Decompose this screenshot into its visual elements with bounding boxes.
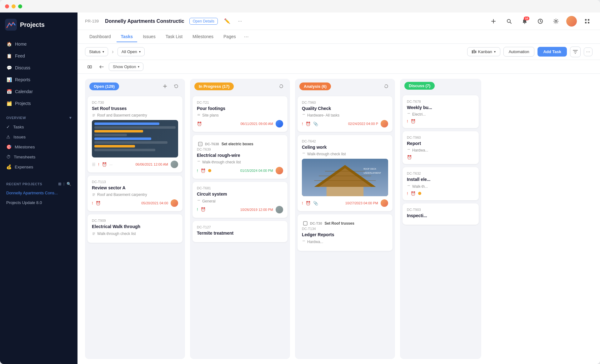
- refresh-open-icon[interactable]: [172, 82, 181, 91]
- nav-label-calendar: Calendar: [15, 89, 33, 94]
- sidebar-item-discuss[interactable]: 💬 Discuss: [2, 62, 75, 74]
- task-card-dc-t127[interactable]: DC-T127 Termite treatment: [192, 221, 288, 242]
- exclaim-footer-icon: !: [407, 119, 408, 124]
- add-task-open-icon[interactable]: [161, 82, 169, 91]
- exclaim-footer-icon: !: [92, 201, 93, 206]
- clock-button[interactable]: [535, 16, 546, 27]
- notification-button[interactable]: 10: [519, 16, 530, 27]
- clock-footer-icon: ⏰: [96, 201, 101, 206]
- task-card-dc-t909[interactable]: DC-T909 Electrical Walk through Walk-thr…: [88, 214, 182, 242]
- recent-project-donnelly[interactable]: Donnelly Apartments Cons...: [0, 188, 78, 198]
- nav-label-home: Home: [15, 42, 27, 47]
- column-discuss: Discuss (7) DC-T678 Weekly bu... Electri…: [400, 79, 481, 359]
- grid-button[interactable]: [582, 16, 592, 27]
- search-button[interactable]: [504, 16, 514, 27]
- task-footer: ⏰: [407, 155, 474, 160]
- task-card-dc-t642[interactable]: DC-T642 Celing work Walk-through check l…: [298, 135, 392, 211]
- task-card-dc-t960[interactable]: DC-T960 Quality Check Hardware- All task…: [298, 96, 392, 132]
- sidebar-item-projects[interactable]: 🗂️ Projects: [2, 97, 75, 109]
- kanban-chevron-icon: ▾: [494, 50, 496, 53]
- task-card-dc-t21[interactable]: DC-T21 Pour footings Site plans ⏰ 06/11/…: [192, 96, 288, 132]
- chevron-down-icon[interactable]: ▾: [69, 116, 72, 120]
- sub-toolbar: Show Option ▾: [78, 60, 600, 74]
- settings-button[interactable]: [551, 16, 561, 27]
- overview-tasks[interactable]: ✓ Tasks: [0, 122, 78, 132]
- status-filter-button[interactable]: Status ▾: [85, 47, 108, 56]
- svg-rect-20: [163, 86, 167, 87]
- task-avatar: [381, 120, 388, 127]
- tab-dashboard[interactable]: Dashboard: [85, 32, 115, 42]
- sidebar-item-home[interactable]: 🏠 Home: [2, 38, 75, 50]
- svg-rect-47: [303, 222, 307, 225]
- tab-tasks[interactable]: Tasks: [117, 32, 138, 42]
- tab-issues[interactable]: Issues: [138, 32, 160, 42]
- project-id: PR-139: [85, 19, 99, 23]
- task-title: Electrical rough-wire: [197, 152, 283, 158]
- task-subtitle: Walk-through check list: [197, 160, 283, 164]
- all-open-label: All Open: [122, 49, 137, 54]
- more-options-icon[interactable]: ···: [237, 17, 243, 25]
- task-id: DC-T642: [302, 139, 388, 143]
- search-icon[interactable]: 🔍: [67, 182, 72, 186]
- add-task-button[interactable]: Add Task: [538, 47, 567, 57]
- overview-issues[interactable]: ⚠ Issues: [0, 132, 78, 142]
- close-button[interactable]: [5, 4, 9, 8]
- task-card-dc-t681[interactable]: DC-T681 Circuit system General ! ⏰ 10/26…: [192, 182, 288, 217]
- refresh-inprogress-icon[interactable]: [277, 82, 286, 91]
- add-button[interactable]: [488, 16, 499, 27]
- kanban-icon: [472, 50, 476, 54]
- task-card-dc-t30[interactable]: DC-T30 Set Roof trusses Roof and Basemen…: [88, 96, 182, 172]
- overview-timesheets[interactable]: ⏱ Timesheets: [0, 152, 78, 162]
- minimize-button[interactable]: [12, 4, 16, 8]
- tab-task-list[interactable]: Task List: [161, 32, 187, 42]
- group-task-id: DC-T638: [205, 142, 219, 146]
- overview-milestones[interactable]: 🎯 Milestones: [0, 142, 78, 152]
- app-body: Projects 🏠 Home 📋 Feed 💬 Discuss 📊 Rep: [0, 12, 600, 364]
- user-avatar[interactable]: [566, 16, 577, 27]
- clip-footer-icon: 📎: [313, 201, 318, 206]
- column-analysis-body: DC-T960 Quality Check Hardware- All task…: [295, 94, 395, 359]
- filter-icon-button[interactable]: [570, 47, 581, 57]
- column-open: Open (129) DC-T30: [85, 79, 185, 359]
- task-card-dc-t639[interactable]: DC-T638 Set electric boxes DC-T639 Elect…: [192, 135, 288, 179]
- exclaim-footer-icon: !: [98, 162, 99, 167]
- task-card-dc-t113[interactable]: DC-T113 Review sector A Roof and Basemen…: [88, 176, 182, 211]
- sidebar-item-calendar[interactable]: 📅 Calendar: [2, 86, 75, 97]
- more-footer-icon: ···: [109, 162, 113, 167]
- task-card-dc-t903[interactable]: DC-T903 Inspecti...: [402, 203, 479, 225]
- list-icon: [197, 199, 201, 203]
- collapse-icon[interactable]: [85, 62, 94, 72]
- expand-icon[interactable]: [97, 62, 106, 72]
- refresh-analysis-icon[interactable]: [382, 82, 391, 91]
- task-card-dc-t134[interactable]: DC-T30 Set Roof trusses DC-T134 Ledger R…: [298, 214, 392, 251]
- svg-line-8: [540, 21, 541, 22]
- show-option-button[interactable]: Show Option ▾: [109, 62, 143, 71]
- more-toolbar-icon[interactable]: ···: [584, 47, 592, 56]
- more-tabs-icon[interactable]: ···: [242, 32, 251, 41]
- task-card-dc-t632[interactable]: DC-T632 Install ele... Walk-th... ! ⏰: [402, 167, 479, 200]
- kanban-view-button[interactable]: Kanban ▾: [467, 47, 500, 56]
- task-card-dc-t678[interactable]: DC-T678 Weekly bu... Electri... ! ⏰: [402, 95, 479, 128]
- pencil-icon[interactable]: ✏️: [223, 17, 232, 25]
- all-open-filter-button[interactable]: All Open ▾: [118, 47, 145, 56]
- automation-button[interactable]: Automation: [503, 47, 535, 57]
- tab-pages[interactable]: Pages: [219, 32, 240, 42]
- maximize-button[interactable]: [18, 4, 22, 8]
- recent-project-update[interactable]: Projects Update 8.0: [0, 198, 78, 207]
- task-avatar: [276, 167, 283, 174]
- list-icon: [407, 185, 411, 188]
- sidebar: Projects 🏠 Home 📋 Feed 💬 Discuss 📊 Rep: [0, 12, 78, 364]
- sidebar-item-reports[interactable]: 📊 Reports: [2, 74, 75, 86]
- overview-expenses[interactable]: 💰 Expenses: [0, 162, 78, 172]
- clock-footer-icon: ⏰: [306, 201, 311, 206]
- open-details-button[interactable]: Open Details: [189, 18, 218, 25]
- exclaim-footer-icon: !: [197, 207, 198, 212]
- filter-icon[interactable]: ⊞: [58, 182, 62, 186]
- task-card-dc-t960-discuss[interactable]: DC-T960 Report Hardwa... ⏰: [402, 131, 479, 164]
- task-title: Circuit system: [197, 191, 283, 197]
- task-id: DC-T30: [92, 101, 178, 104]
- show-option-chevron-icon: ▾: [138, 65, 139, 68]
- sidebar-item-feed[interactable]: 📋 Feed: [2, 50, 75, 62]
- tab-milestones[interactable]: Milestones: [188, 32, 218, 42]
- task-subtitle: Walk-th...: [407, 184, 474, 189]
